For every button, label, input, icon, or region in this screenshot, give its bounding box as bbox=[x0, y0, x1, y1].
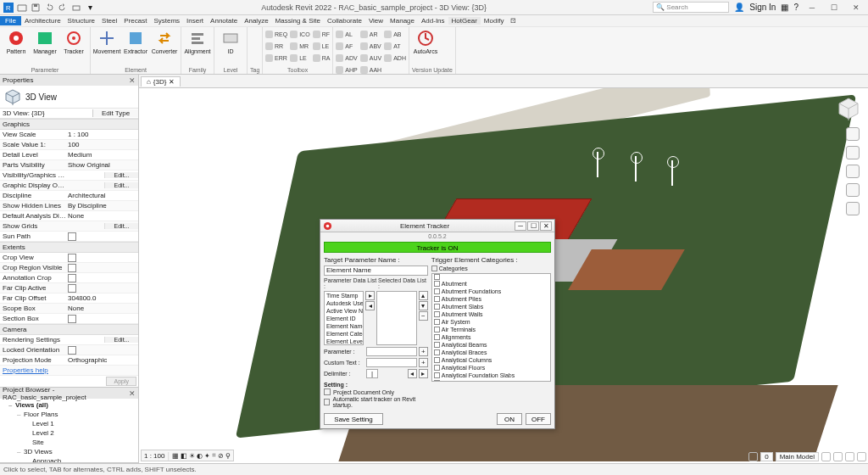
crop-icon[interactable]: ⌗ bbox=[212, 451, 216, 460]
category-checkbox[interactable] bbox=[434, 334, 440, 340]
ribbon-tracker-button[interactable]: Tracker bbox=[60, 29, 87, 54]
category-checkbox[interactable] bbox=[434, 274, 440, 280]
ribbon-small-at[interactable]: AT bbox=[384, 41, 406, 52]
prop-row[interactable]: Visibility/Graphics OverridesEdit... bbox=[0, 170, 138, 181]
user-icon[interactable]: 👤 bbox=[734, 3, 744, 12]
view-tab-3d[interactable]: ⌂ {3D} ✕ bbox=[141, 76, 181, 87]
category-checkbox[interactable] bbox=[434, 281, 440, 287]
ribbon-extractor-button[interactable]: Extractor bbox=[122, 29, 149, 54]
dialog-maximize-button[interactable]: ☐ bbox=[527, 221, 539, 231]
menu-collaborate[interactable]: Collaborate bbox=[324, 17, 365, 25]
category-item[interactable]: Air System bbox=[432, 318, 550, 326]
project-tree[interactable]: –Views (all)–Floor PlansLevel 1Level 2Si… bbox=[0, 399, 138, 463]
nav-wheel-icon[interactable] bbox=[846, 127, 860, 141]
checkbox[interactable] bbox=[68, 274, 76, 282]
ribbon-small-auv[interactable]: AUV bbox=[360, 53, 381, 64]
ribbon-alignment-button[interactable]: Alignment bbox=[184, 29, 211, 54]
ribbon-small-ico[interactable]: ICO bbox=[290, 29, 309, 40]
prop-row[interactable]: Rendering SettingsEdit... bbox=[0, 335, 138, 345]
menu-manage[interactable]: Manage bbox=[387, 17, 418, 25]
category-item[interactable] bbox=[432, 274, 550, 280]
category-checkbox[interactable] bbox=[434, 365, 440, 371]
category-item[interactable]: Air Terminals bbox=[432, 326, 550, 333]
prop-row[interactable]: Default Analysis Display StyleNone bbox=[0, 211, 138, 221]
categories-select-all[interactable] bbox=[431, 265, 437, 271]
category-item[interactable]: Abutment Slabs bbox=[432, 303, 550, 310]
menu-steel[interactable]: Steel bbox=[98, 17, 120, 25]
minimize-button[interactable]: ─ bbox=[804, 2, 821, 14]
detail-level-icon[interactable]: ▦ bbox=[172, 452, 179, 460]
tree-node[interactable]: –Floor Plans bbox=[2, 410, 138, 419]
apply-button[interactable]: Apply bbox=[106, 377, 136, 386]
category-checkbox[interactable] bbox=[434, 342, 440, 348]
off-button[interactable]: OFF bbox=[526, 413, 551, 425]
ribbon-small-le[interactable]: LE bbox=[290, 53, 309, 64]
category-item[interactable]: Analytical Braces bbox=[432, 349, 550, 356]
ribbon-small-le[interactable]: LE bbox=[313, 41, 331, 52]
category-checkbox[interactable] bbox=[434, 296, 440, 302]
ribbon-small-al[interactable]: AL bbox=[336, 29, 357, 40]
ribbon-converter-button[interactable]: Converter bbox=[151, 29, 178, 54]
category-item[interactable]: Analytical Isolated Foundation bbox=[432, 379, 550, 382]
edit-button[interactable]: Edit... bbox=[104, 172, 138, 178]
link-icon[interactable] bbox=[833, 452, 843, 461]
checkbox[interactable] bbox=[68, 232, 76, 241]
param-item[interactable]: Time Stamp bbox=[325, 292, 363, 299]
shadow-icon[interactable]: ◐ bbox=[197, 452, 203, 460]
sign-in-link[interactable]: Sign In bbox=[749, 3, 776, 12]
category-checkbox[interactable] bbox=[434, 357, 440, 363]
tab-close-icon[interactable]: ✕ bbox=[169, 78, 175, 86]
prop-row[interactable]: Sun Path bbox=[0, 232, 138, 242]
dialog-minimize-button[interactable]: ─ bbox=[515, 221, 526, 231]
dialog-close-button[interactable]: ✕ bbox=[540, 221, 552, 231]
category-item[interactable]: Alignments bbox=[432, 333, 550, 341]
edit-type-button[interactable]: Edit Type bbox=[92, 109, 138, 117]
edit-button[interactable]: Edit... bbox=[104, 182, 138, 188]
close-button[interactable]: ✕ bbox=[848, 2, 865, 14]
prop-row[interactable]: Show GridsEdit... bbox=[0, 221, 138, 232]
tree-node[interactable]: Level 2 bbox=[2, 428, 138, 438]
ribbon-small-af[interactable]: AF bbox=[336, 41, 357, 52]
category-checkbox[interactable] bbox=[434, 304, 440, 310]
checkbox[interactable] bbox=[68, 346, 76, 355]
category-item[interactable]: Analytical Beams bbox=[432, 341, 550, 349]
prop-row[interactable]: Far Clip Offset304800.0 bbox=[0, 293, 138, 304]
ribbon-id-button[interactable]: ID bbox=[217, 29, 244, 54]
category-checkbox[interactable] bbox=[434, 380, 440, 382]
ribbon-manager-button[interactable]: Manager bbox=[31, 29, 58, 54]
prop-row[interactable]: Crop View bbox=[0, 253, 138, 263]
parameter-add-button[interactable]: + bbox=[419, 347, 428, 356]
menu-file[interactable]: File bbox=[0, 16, 21, 25]
prop-row[interactable]: Graphic Display OptionsEdit... bbox=[0, 181, 138, 191]
ribbon-small-ar[interactable]: AR bbox=[360, 29, 381, 40]
view-canvas[interactable]: 1 : 100 │ ▦ ◧ ☀ ◐ ✦ ⌗ ⊘ ⚲ 0 Main Model bbox=[139, 88, 868, 463]
ribbon-small-adh[interactable]: ADH bbox=[384, 53, 406, 64]
nav-zoom-icon[interactable] bbox=[846, 165, 860, 178]
opt-autostart-checkbox[interactable] bbox=[324, 399, 330, 405]
category-item[interactable]: Analytical Columns bbox=[432, 356, 550, 364]
param-item[interactable]: Autodesk User Name bbox=[325, 299, 363, 307]
category-checkbox[interactable] bbox=[434, 327, 440, 332]
category-item[interactable]: Abutment Piles bbox=[432, 295, 550, 303]
ribbon-pattern-button[interactable]: Pattern bbox=[3, 29, 30, 54]
categories-list[interactable]: AbutmentAbutment FoundationsAbutment Pil… bbox=[431, 273, 551, 382]
move-right-button[interactable]: ▸ bbox=[365, 291, 375, 300]
tree-node[interactable]: –Views (all) bbox=[2, 400, 138, 410]
param-item[interactable]: Element Category bbox=[325, 330, 363, 338]
ribbon-movement-button[interactable]: Movement bbox=[93, 29, 120, 54]
view-cube[interactable] bbox=[834, 93, 863, 122]
menu-addins[interactable]: Add-Ins bbox=[418, 17, 448, 25]
filter-icon[interactable] bbox=[821, 452, 831, 461]
category-checkbox[interactable] bbox=[434, 288, 440, 294]
on-button[interactable]: ON bbox=[497, 413, 522, 425]
view-control-bar[interactable]: 1 : 100 │ ▦ ◧ ☀ ◐ ✦ ⌗ ⊘ ⚲ bbox=[141, 450, 234, 461]
edit-button[interactable]: Edit... bbox=[104, 337, 138, 343]
prop-row[interactable]: Properties help bbox=[0, 366, 138, 376]
maximize-button[interactable]: ☐ bbox=[826, 2, 843, 14]
category-checkbox[interactable] bbox=[434, 319, 440, 325]
menu-view[interactable]: View bbox=[365, 17, 387, 25]
edit-button[interactable]: Edit... bbox=[104, 223, 138, 229]
drag-icon[interactable] bbox=[857, 452, 866, 461]
ribbon-small-ab[interactable]: AB bbox=[384, 29, 406, 40]
visual-style-icon[interactable]: ◧ bbox=[181, 452, 187, 460]
